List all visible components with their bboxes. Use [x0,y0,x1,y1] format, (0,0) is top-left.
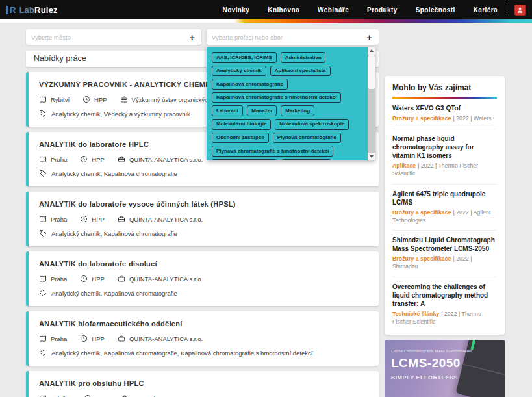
job-company-label: QUINTA-ANALYTICA s.r.o. [129,156,203,163]
logo-text: LabRulez [19,5,57,15]
profession-tag[interactable]: Produktový specialista [212,159,277,160]
city-input[interactable] [31,34,188,41]
article-source: | 2022 | Waters [453,115,491,122]
profession-tag[interactable]: Administrativa [281,52,326,63]
labrulez-logo[interactable]: R LabRulez [6,5,58,15]
article-meta: Aplikace| 2022 | Thermo Fischer Scientif… [392,162,497,178]
clock-icon [80,155,88,163]
nav-menu: Novinky Knihovna Webináře Produkty Spole… [223,6,498,14]
article-meta: Brožury a specifikace| 2022 | Waters [392,115,497,123]
job-contract-label: HPP [95,395,108,397]
article-meta: Technické články| 2022 | Thermo Fischer … [392,311,497,326]
job-meta-row: Velvěty HPP Enaspol a.s. [39,394,368,397]
profession-tag-list: AAS, ICP/OES, ICP/MS Administrativa Anal… [212,52,362,160]
job-company: QUINTA-ANALYTICA s.r.o. [118,215,203,223]
profession-tag[interactable]: Plynová chromatografie [273,133,341,144]
scroll-down-icon [370,155,374,158]
job-location: Rybitví [39,96,70,103]
job-meta-row: Praha HPP QUINTA-ANALYTICA s.r.o. [39,335,368,342]
article-category[interactable]: Technické články [392,311,439,317]
article-list: Waters XEVO G3 QTof Brožury a specifikac… [392,99,497,332]
profession-tag[interactable]: Kapalinová chromatografie s hmotnostní d… [212,92,341,103]
ad-tagline: SIMPLY EFFORTLESS [391,374,472,381]
profession-tag[interactable]: Aplikační specialista [270,66,331,77]
job-company-label: QUINTA-ANALYTICA s.r.o. [129,275,203,283]
job-title: ANALYTIK do laboratoře vysoce účinných l… [39,200,368,208]
profession-tag[interactable]: Servisní technik [281,159,330,160]
nav-item[interactable]: Kariéra [474,6,498,14]
filter-row: + + AAS, ICP/OES, ICP/MS Administrativa … [26,29,379,45]
job-card[interactable]: ANALYTIK do laboratoře disolucí Praha HP… [26,251,379,306]
profession-tag[interactable]: Molekulová spektroskopie [275,119,349,130]
ad-copy: Liquid Chromatograph Mass Spectrometer L… [391,349,472,381]
briefcase-icon [118,155,125,163]
job-location-label: Praha [51,156,67,163]
nav-item[interactable]: Produkty [367,6,398,14]
user-account-icon[interactable] [514,5,526,16]
profession-tag[interactable]: AAS, ICP/OES, ICP/MS [212,52,277,63]
article-category[interactable]: Aplikace [392,162,416,169]
person-icon [516,6,524,14]
add-city-icon[interactable]: + [188,32,196,42]
article-item[interactable]: Overcoming the challenges of liquid chro… [392,277,497,332]
article-title: Waters XEVO G3 QTof [392,104,497,112]
job-location-label: Praha [51,335,67,342]
article-category[interactable]: Brožury a specifikace [392,255,451,262]
nav-item[interactable]: Knihovna [268,6,299,14]
profession-dropdown: AAS, ICP/OES, ICP/MS Administrativa Anal… [207,47,375,160]
article-title: Shimadzu Liquid Chromatograph Mass Spect… [392,236,497,253]
profession-tag[interactable]: Laborant [212,105,243,116]
nav-item[interactable]: Webináře [318,6,349,14]
scroll-up-button[interactable] [368,47,375,55]
ad-model: LCMS-2050 [391,356,472,370]
clock-icon [80,335,88,342]
profession-tag[interactable]: Kapalinová chromatografie [212,79,288,90]
job-company: QUINTA-ANALYTICA s.r.o. [118,275,203,283]
tag-icon [39,170,47,177]
job-contract: HPP [84,394,108,397]
article-category[interactable]: Brožury a specifikace [392,115,451,122]
article-category[interactable]: Brožury a specifikace [392,209,451,216]
article-item[interactable]: Normal phase liquid chromatography assay… [392,129,497,185]
profession-tag[interactable]: Obchodní zástupce [212,133,269,144]
job-tags-label: Analytický chemik, Vědecký a výzkumný pr… [51,110,190,118]
job-contract: HPP [80,155,105,163]
article-meta: Brožury a specifikace| 2022 | Agilent Te… [392,209,497,225]
lcms-ad-banner[interactable]: Liquid Chromatograph Mass Spectrometer L… [385,340,505,397]
scroll-up-icon [370,49,374,52]
job-card[interactable]: ANALYTIK biofarmaceutického oddělení Pra… [26,311,379,366]
job-company-label: QUINTA-ANALYTICA s.r.o. [129,335,203,342]
article-item[interactable]: Shimadzu Liquid Chromatograph Mass Spect… [392,231,497,277]
briefcase-icon [118,215,125,223]
job-contract: HPP [82,96,107,103]
article-item[interactable]: Agilent 6475 triple quadrupole LC/MS Bro… [392,185,497,231]
nav-item[interactable]: Společnosti [416,6,455,14]
nav-item[interactable]: Novinky [223,6,250,14]
job-contract-label: HPP [92,275,105,283]
article-title: Normal phase liquid chromatography assay… [392,134,497,160]
job-card[interactable]: ANALYTIK pro obsluhu HPLC Velvěty HPP [26,371,379,397]
job-location-label: Rybitví [51,96,70,103]
scroll-down-button[interactable] [368,153,375,160]
profession-tag[interactable]: Manažer [247,105,277,116]
add-profession-icon[interactable]: + [365,32,374,42]
job-card[interactable]: ANALYTIK do laboratoře vysoce účinných l… [26,192,379,246]
profession-tag[interactable]: Analytický chemik [212,66,266,77]
top-navbar: R LabRulez Novinky Knihovna Webináře Pro… [0,0,532,19]
main-content: + + AAS, ICP/OES, ICP/MS Administrativa … [26,29,379,397]
scrollbar-thumb[interactable] [368,55,375,89]
job-location-label: Velvěty [51,395,71,397]
profession-tag[interactable]: Marketing [281,105,314,116]
profession-input[interactable] [212,34,365,41]
map-icon [39,96,47,103]
profession-filter-wrap: + AAS, ICP/OES, ICP/MS Administrativa An… [207,29,379,45]
job-location: Praha [39,275,67,283]
related-heading: Mohlo by Vás zajímat [392,83,497,92]
briefcase-icon [121,394,129,397]
job-tags-row: Analytický chemik, Kapalinová chromatogr… [39,349,368,357]
ad-kicker: Liquid Chromatograph Mass Spectrometer [391,349,472,353]
profession-tag[interactable]: Plynová chromatografie s hmotnostní dete… [212,146,333,157]
profession-tag[interactable]: Molekulární biologie [212,119,271,130]
article-item[interactable]: Waters XEVO G3 QTof Brožury a specifikac… [392,99,497,129]
job-tags-label: Analytický chemik, Kapalinová chromatogr… [51,350,312,357]
